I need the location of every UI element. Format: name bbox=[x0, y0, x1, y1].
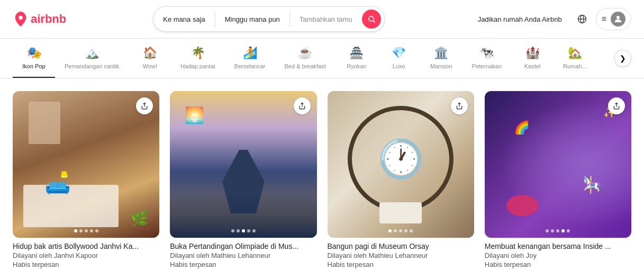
globe-button[interactable] bbox=[573, 10, 592, 29]
category-item-ikon-pop[interactable]: 🎭 Ikon Pop bbox=[13, 39, 55, 78]
guests-search[interactable]: Tambahkan tamu bbox=[290, 11, 362, 28]
category-label-mansion: Mansion bbox=[430, 63, 452, 69]
image-dots-listing-4 bbox=[546, 229, 570, 232]
listing-info-listing-1: Hidup bak artis Bollywood Janhvi Ka... D… bbox=[13, 242, 159, 268]
listing-host-listing-2: Dilayani oleh Mathieu Lehanneur bbox=[170, 252, 316, 259]
category-icon-luxe: 💎 bbox=[392, 46, 406, 60]
category-item-bed-breakfast[interactable]: ☕ Bed & breakfast bbox=[275, 39, 335, 78]
dot-2 bbox=[556, 229, 559, 232]
host-link[interactable]: Jadikan rumah Anda Airbnb bbox=[471, 11, 568, 28]
listing-host-listing-3: Dilayani oleh Mathieu Lehanneur bbox=[328, 252, 474, 259]
share-icon bbox=[298, 102, 306, 110]
category-label-wow: Wow! bbox=[143, 63, 157, 69]
listing-card-listing-4[interactable]: 🌈 🎠 ✨ Membuat kenangan bersama Inside ..… bbox=[485, 91, 631, 268]
dot-2 bbox=[242, 229, 245, 232]
dot-2 bbox=[85, 229, 88, 232]
category-item-ryokan[interactable]: 🏯 Ryokan bbox=[335, 39, 378, 78]
listing-card-listing-3[interactable]: 🕐 Bangun pagi di Museum Orsay Dilayani o… bbox=[328, 91, 474, 268]
listing-image-listing-3: 🕐 bbox=[328, 91, 474, 238]
image-dots-listing-2 bbox=[231, 229, 256, 232]
share-icon bbox=[613, 102, 620, 110]
listing-info-listing-4: Membuat kenangan bersama Inside ... Dila… bbox=[485, 242, 631, 268]
listing-card-listing-2[interactable]: 🌅 Buka Pertandingan Olimpiade di Mus... … bbox=[170, 91, 316, 268]
category-icon-wow: 🏠 bbox=[143, 46, 157, 60]
categories-list: 🎭 Ikon Pop 🏔️ Pemandangan cantik 🏠 Wow! … bbox=[13, 39, 614, 78]
listing-status-listing-2: Habis terpesan bbox=[170, 261, 316, 268]
svg-line-1 bbox=[373, 21, 375, 23]
search-button[interactable] bbox=[362, 10, 381, 29]
listing-image-listing-2: 🌅 bbox=[170, 91, 316, 238]
listing-status-listing-4: Habis terpesan bbox=[485, 261, 631, 268]
category-label-bed-breakfast: Bed & breakfast bbox=[285, 63, 326, 69]
svg-point-0 bbox=[368, 16, 373, 21]
share-button-listing-1[interactable] bbox=[136, 97, 153, 114]
user-menu[interactable]: ≡ bbox=[596, 8, 631, 30]
image-dots-listing-1 bbox=[74, 229, 98, 232]
avatar bbox=[611, 12, 625, 26]
location-label: Ke mana saja bbox=[163, 15, 205, 23]
category-icon-bed-breakfast: ☕ bbox=[298, 46, 312, 60]
dot-1 bbox=[394, 229, 397, 232]
dot-3 bbox=[404, 229, 407, 232]
listing-status-listing-1: Habis terpesan bbox=[13, 261, 159, 268]
logo[interactable]: airbnb bbox=[13, 11, 66, 28]
logo-text: airbnb bbox=[31, 12, 66, 26]
date-search[interactable]: Minggu mana pun bbox=[215, 11, 290, 28]
category-item-wow[interactable]: 🏠 Wow! bbox=[129, 39, 171, 78]
dot-3 bbox=[90, 229, 93, 232]
dot-2 bbox=[399, 229, 402, 232]
header-right: Jadikan rumah Anda Airbnb ≡ bbox=[471, 8, 631, 30]
next-arrow-icon: ❯ bbox=[620, 54, 626, 62]
svg-point-5 bbox=[616, 16, 620, 19]
guests-label: Tambahkan tamu bbox=[300, 15, 352, 23]
category-icon-kastel: 🏰 bbox=[525, 46, 540, 60]
category-item-pemandangan[interactable]: 🏔️ Pemandangan cantik bbox=[55, 39, 129, 78]
dot-4 bbox=[252, 229, 256, 232]
category-label-kastel: Kastel bbox=[524, 63, 541, 69]
image-dots-listing-3 bbox=[388, 229, 413, 232]
share-button-listing-3[interactable] bbox=[451, 97, 468, 114]
category-icon-pemandangan: 🏔️ bbox=[85, 46, 99, 60]
category-icon-ikon-pop: 🎭 bbox=[27, 46, 41, 60]
dot-0 bbox=[388, 229, 392, 232]
category-item-kastel[interactable]: 🏰 Kastel bbox=[511, 39, 554, 78]
category-item-luxe[interactable]: 💎 Luxe bbox=[378, 39, 420, 78]
listing-title-listing-1: Hidup bak artis Bollywood Janhvi Ka... bbox=[13, 242, 159, 250]
category-item-peternakan[interactable]: 🐄 Peternakan bbox=[462, 39, 511, 78]
date-label: Minggu mana pun bbox=[225, 15, 280, 23]
search-bar: Ke mana saja Minggu mana pun Tambahkan t… bbox=[153, 6, 384, 32]
listings-main: 🛋️ 🌿 Hidup bak artis Bollywood Janhvi Ka… bbox=[0, 78, 644, 278]
dot-3 bbox=[247, 229, 250, 232]
category-label-luxe: Luxe bbox=[393, 63, 405, 69]
category-item-berselancar[interactable]: 🏄 Berselancar bbox=[225, 39, 275, 78]
listing-card-listing-1[interactable]: 🛋️ 🌿 Hidup bak artis Bollywood Janhvi Ka… bbox=[13, 91, 159, 268]
dot-0 bbox=[74, 229, 77, 232]
category-icon-peternakan: 🐄 bbox=[479, 46, 494, 60]
share-button-listing-2[interactable] bbox=[294, 97, 311, 114]
category-label-hadap-pantai: Hadap pantai bbox=[180, 63, 215, 69]
category-icon-mansion: 🏛️ bbox=[434, 46, 448, 60]
share-icon bbox=[456, 102, 463, 110]
category-label-peternakan: Peternakan bbox=[472, 63, 502, 69]
category-label-rumah: Rumah... bbox=[563, 63, 587, 69]
listing-status-listing-3: Habis terpesan bbox=[328, 261, 474, 268]
dot-1 bbox=[551, 229, 554, 232]
category-item-hadap-pantai[interactable]: 🌴 Hadap pantai bbox=[171, 39, 224, 78]
dot-4 bbox=[567, 229, 570, 232]
hamburger-icon: ≡ bbox=[602, 14, 606, 24]
share-button-listing-4[interactable] bbox=[608, 97, 625, 114]
categories-nav: 🎭 Ikon Pop 🏔️ Pemandangan cantik 🏠 Wow! … bbox=[0, 39, 644, 78]
dot-0 bbox=[231, 229, 234, 232]
category-item-mansion[interactable]: 🏛️ Mansion bbox=[420, 39, 462, 78]
listing-title-listing-4: Membuat kenangan bersama Inside ... bbox=[485, 242, 631, 250]
category-label-berselancar: Berselancar bbox=[234, 63, 266, 69]
categories-next-button[interactable]: ❯ bbox=[614, 50, 631, 67]
category-icon-rumah: 🏡 bbox=[568, 46, 582, 60]
listing-image-listing-4: 🌈 🎠 ✨ bbox=[485, 91, 631, 238]
location-search[interactable]: Ke mana saja bbox=[153, 11, 215, 28]
category-label-pemandangan: Pemandangan cantik bbox=[65, 63, 119, 69]
listing-title-listing-2: Buka Pertandingan Olimpiade di Mus... bbox=[170, 242, 316, 250]
listing-image-listing-1: 🛋️ 🌿 bbox=[13, 91, 159, 238]
category-icon-berselancar: 🏄 bbox=[243, 46, 257, 60]
category-item-rumah[interactable]: 🏡 Rumah... bbox=[554, 39, 596, 78]
